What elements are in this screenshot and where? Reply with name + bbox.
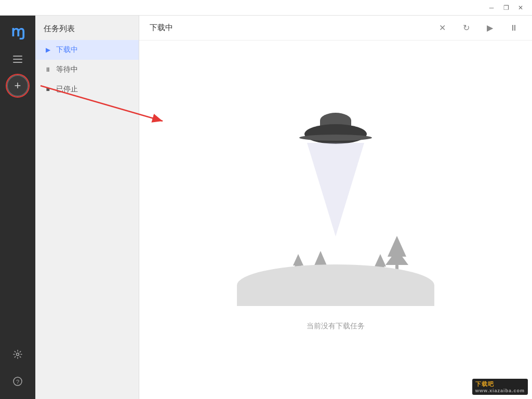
- toolbar-close-button[interactable]: ✕: [434, 20, 450, 36]
- menu-line-1: [13, 56, 22, 57]
- minimize-button[interactable]: ─: [484, 1, 499, 15]
- settings-button[interactable]: [8, 345, 27, 364]
- svg-point-0: [17, 353, 19, 356]
- task-list-panel: 任务列表 ▶ 下载中 ⏸ 等待中 ■ 已停止: [35, 16, 139, 399]
- ufo-rim: [299, 135, 372, 141]
- task-label-downloading: 下载中: [56, 45, 78, 55]
- tree-top-2: [385, 249, 408, 265]
- task-list-items: ▶ 下载中 ⏸ 等待中 ■ 已停止: [35, 40, 139, 99]
- sidebar-bottom: ?: [8, 345, 27, 399]
- maximize-button[interactable]: ❐: [499, 1, 513, 15]
- menu-line-3: [13, 62, 22, 63]
- app-logo: ɱ: [7, 21, 28, 42]
- empty-message: 当前没有下载任务: [307, 322, 365, 331]
- empty-state: 当前没有下载任务 下载吧 www.xiazaiba.com: [139, 41, 532, 399]
- toolbar-play-button[interactable]: ▶: [482, 20, 498, 36]
- app-body: ɱ + ? 任务列表: [0, 16, 532, 399]
- watermark: 下载吧 www.xiazaiba.com: [472, 379, 528, 395]
- ufo-scene: [232, 109, 440, 306]
- ufo-body: [304, 124, 367, 144]
- menu-button[interactable]: [8, 50, 27, 69]
- toolbar-pause-button[interactable]: ⏸: [506, 20, 522, 36]
- watermark-line2: www.xiazaiba.com: [475, 388, 525, 393]
- task-item-stopped[interactable]: ■ 已停止: [35, 79, 139, 99]
- main-toolbar: 下载中 ✕ ↻ ▶ ⏸: [139, 16, 532, 41]
- task-list-header: 任务列表: [35, 16, 139, 40]
- ground-hill: [237, 264, 434, 306]
- sidebar: ɱ + ?: [0, 16, 35, 399]
- stop-icon: ■: [44, 86, 52, 93]
- task-label-stopped: 已停止: [56, 85, 78, 94]
- task-label-waiting: 等待中: [56, 65, 78, 74]
- add-task-button[interactable]: +: [7, 75, 29, 97]
- play-icon: ▶: [44, 46, 52, 54]
- ufo: [304, 124, 367, 144]
- toolbar-title: 下载中: [150, 23, 426, 33]
- task-item-waiting[interactable]: ⏸ 等待中: [35, 60, 139, 79]
- main-content: 下载中 ✕ ↻ ▶ ⏸: [139, 16, 532, 399]
- tree-large-right: [385, 236, 408, 272]
- pause-icon: ⏸: [44, 66, 52, 73]
- menu-line-2: [13, 59, 22, 60]
- ufo-beam: [307, 143, 364, 236]
- svg-text:?: ?: [16, 379, 19, 385]
- toolbar-refresh-button[interactable]: ↻: [458, 20, 474, 36]
- help-button[interactable]: ?: [8, 372, 27, 391]
- watermark-line1: 下载吧: [475, 381, 494, 387]
- close-button[interactable]: ✕: [513, 1, 528, 15]
- title-bar: ─ ❐ ✕: [0, 0, 532, 16]
- task-item-downloading[interactable]: ▶ 下载中: [35, 40, 139, 60]
